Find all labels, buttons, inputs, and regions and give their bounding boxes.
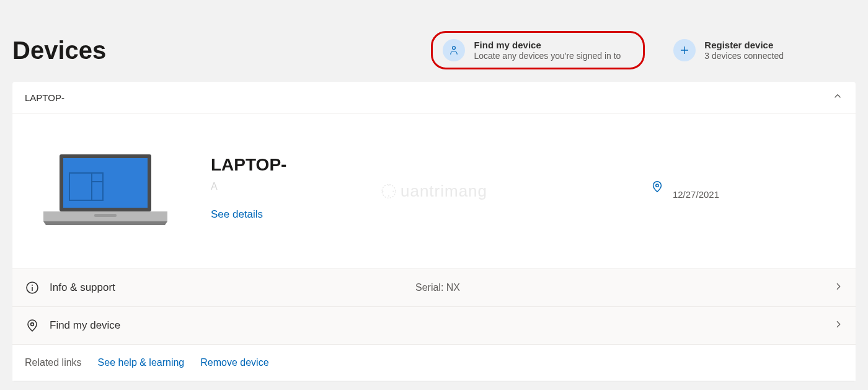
device-name: LAPTOP- bbox=[211, 155, 650, 175]
related-links-label: Related links bbox=[25, 357, 82, 368]
footer-links: Related links See help & learning Remove… bbox=[12, 344, 856, 381]
location-pin-icon bbox=[650, 180, 664, 196]
info-icon bbox=[25, 280, 50, 295]
device-subtitle: A bbox=[211, 181, 650, 193]
register-device-subtitle: 3 devices connected bbox=[704, 51, 784, 61]
remove-device-link[interactable]: Remove device bbox=[200, 357, 268, 368]
info-support-label: Info & support bbox=[50, 281, 415, 294]
laptop-icon bbox=[25, 151, 186, 225]
svg-point-9 bbox=[656, 184, 658, 187]
location-pin-icon bbox=[25, 318, 50, 333]
register-device-title: Register device bbox=[704, 40, 784, 50]
register-device-action[interactable]: Register device 3 devices connected bbox=[663, 34, 794, 66]
person-location-icon bbox=[443, 39, 465, 61]
serial-label: Serial: NX bbox=[415, 282, 833, 293]
help-learning-link[interactable]: See help & learning bbox=[98, 357, 185, 368]
plus-icon bbox=[673, 39, 696, 61]
svg-point-0 bbox=[453, 47, 456, 50]
svg-point-12 bbox=[32, 285, 33, 286]
info-support-row[interactable]: Info & support Serial: NX bbox=[12, 268, 856, 306]
see-details-link[interactable]: See details bbox=[211, 208, 263, 221]
chevron-up-icon bbox=[832, 91, 843, 104]
chevron-right-icon bbox=[833, 319, 843, 332]
find-my-device-subtitle: Locate any devices you're signed in to bbox=[474, 51, 621, 61]
svg-marker-7 bbox=[43, 221, 167, 225]
location-block: 12/27/2021 bbox=[650, 177, 719, 200]
find-my-device-title: Find my device bbox=[474, 40, 621, 50]
find-my-device-action[interactable]: Find my device Locate any devices you're… bbox=[431, 31, 645, 69]
page-title: Devices bbox=[12, 37, 431, 64]
svg-point-13 bbox=[31, 323, 34, 326]
device-card-header[interactable]: LAPTOP- bbox=[12, 82, 856, 113]
device-card: LAPTOP- LA bbox=[12, 82, 856, 381]
svg-rect-8 bbox=[94, 214, 117, 217]
chevron-right-icon bbox=[833, 281, 843, 294]
device-header-name: LAPTOP- bbox=[25, 92, 64, 103]
find-my-device-label: Find my device bbox=[50, 319, 833, 332]
location-date: 12/27/2021 bbox=[673, 189, 719, 200]
find-my-device-row[interactable]: Find my device bbox=[12, 306, 856, 344]
